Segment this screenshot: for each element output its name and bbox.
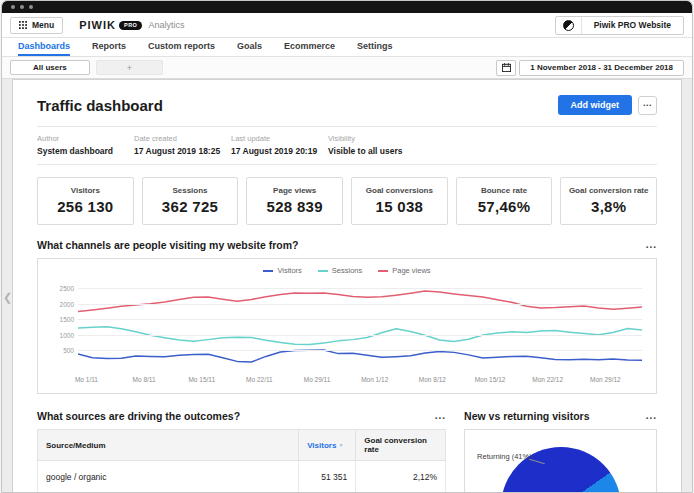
dashboard-options-button[interactable]: ... — [638, 96, 657, 115]
window-control-dot[interactable] — [11, 5, 15, 9]
x-axis-tick: Mo 29/11 — [304, 376, 331, 383]
kpi-value: 256 130 — [38, 198, 133, 215]
x-axis-tick: Mo 15/11 — [188, 376, 215, 383]
date-range-selector[interactable]: 1 November 2018 - 31 December 2018 — [519, 60, 684, 76]
line-chart-plot: 5001000150020002500 — [78, 283, 642, 367]
meta-last-update: Last update 17 August 2019 20:19 — [231, 134, 328, 156]
sources-section-header: What sources are driving the outcomes? .… — [37, 410, 446, 422]
tab-settings[interactable]: Settings — [357, 38, 393, 56]
menu-button-label: Menu — [32, 20, 54, 30]
y-axis-tick: 1000 — [48, 332, 74, 339]
meta-value: Visible to all users — [328, 146, 425, 156]
sources-table: Source/Medium Visitors ▼ Goal conversion… — [37, 429, 446, 493]
x-axis-tick: Mon 8/12 — [419, 376, 446, 383]
bottom-widgets: What sources are driving the outcomes? .… — [37, 396, 657, 493]
x-axis-tick: Mon 29/12 — [590, 376, 621, 383]
menu-button[interactable]: Menu — [10, 17, 63, 34]
table-header-row: Source/Medium Visitors ▼ Goal conversion… — [38, 430, 446, 461]
carousel-prev-icon[interactable]: ❮ — [3, 291, 12, 304]
dashboard-panel: Traffic dashboard Add widget ... Author … — [12, 79, 682, 493]
add-widget-button[interactable]: Add widget — [558, 95, 633, 115]
x-axis-tick: Mo 22/11 — [246, 376, 273, 383]
legend-page-views[interactable]: Page views — [378, 266, 430, 275]
pie-section-title: New vs returning visitors — [464, 410, 589, 422]
kpi-value: 528 839 — [247, 198, 342, 215]
window-titlebar — [2, 1, 692, 13]
column-goal-conversion-rate[interactable]: Goal conversion rate — [356, 430, 446, 461]
x-axis-tick: Mo 1/11 — [75, 376, 98, 383]
brand-product-label: Analytics — [148, 20, 184, 30]
traffic-line-chart: Visitors Sessions Page views 50010001500… — [37, 258, 657, 394]
kpi-label: Bounce rate — [457, 186, 552, 195]
segment-all-users[interactable]: All users — [10, 60, 90, 75]
tab-dashboards[interactable]: Dashboards — [18, 38, 70, 56]
new-vs-returning-widget: New vs returning visitors ... Returning … — [464, 396, 657, 493]
tab-goals[interactable]: Goals — [237, 38, 262, 56]
meta-value: System dashboard — [37, 146, 134, 156]
date-range-controls: 1 November 2018 - 31 December 2018 — [496, 60, 684, 76]
legend-dash-icon — [318, 270, 328, 272]
sources-widget: What sources are driving the outcomes? .… — [37, 396, 446, 493]
dashboard-meta: Author System dashboard Date created 17 … — [37, 126, 657, 165]
calendar-button[interactable] — [496, 60, 516, 76]
dashboard-title-row: Traffic dashboard Add widget ... — [37, 95, 657, 115]
column-source-medium[interactable]: Source/Medium — [38, 430, 299, 461]
sources-options-icon[interactable]: ... — [435, 414, 446, 418]
tab-reports[interactable]: Reports — [92, 38, 126, 56]
kpi-visitors: Visitors 256 130 — [37, 177, 134, 225]
pie-returning-label: Returning (41%) — [477, 452, 532, 461]
kpi-label: Goal conversion rate — [561, 186, 656, 195]
segment-bar: All users + 1 November 2018 - 31 Decembe… — [2, 57, 692, 79]
x-axis-tick: Mo 8/11 — [133, 376, 156, 383]
website-selector-label: Piwik PRO Website — [582, 20, 683, 30]
kpi-goal-conversion-rate: Goal conversion rate 3,8% — [560, 177, 657, 225]
legend-visitors[interactable]: Visitors — [263, 266, 301, 275]
pie-options-icon[interactable]: ... — [646, 414, 657, 418]
website-selector[interactable]: Piwik PRO Website — [555, 16, 684, 35]
table-row[interactable]: google / organic 51 351 2,12% — [38, 461, 446, 493]
channels-options-icon[interactable]: ... — [646, 243, 657, 247]
sources-section-title: What sources are driving the outcomes? — [37, 410, 240, 422]
window-control-dot[interactable] — [29, 5, 33, 9]
tab-ecommerce[interactable]: Ecommerce — [284, 38, 335, 56]
meta-author: Author System dashboard — [37, 134, 134, 156]
tab-custom-reports[interactable]: Custom reports — [148, 38, 215, 56]
meta-label: Author — [37, 134, 134, 143]
pie-chart-card: Returning (41%) — [464, 429, 657, 493]
kpi-label: Page views — [247, 186, 342, 195]
kpi-label: Goal conversions — [352, 186, 447, 195]
sort-desc-icon: ▼ — [339, 442, 344, 448]
meta-label: Visibility — [328, 134, 425, 143]
x-axis-labels: Mo 1/11Mo 8/11Mo 15/11Mo 22/11Mo 29/11Mo… — [78, 376, 642, 386]
page-title: Traffic dashboard — [37, 97, 163, 114]
globe-icon — [563, 20, 574, 31]
cell-source: google / organic — [38, 461, 299, 493]
meta-date-created: Date created 17 August 2019 18:25 — [134, 134, 231, 156]
pie-section-header: New vs returning visitors ... — [464, 410, 657, 422]
app-header: Menu PIWIK PRO Analytics Piwik PRO Websi… — [2, 13, 692, 38]
meta-value: 17 August 2019 18:25 — [134, 146, 231, 156]
kpi-value: 3,8% — [561, 198, 656, 215]
add-segment-button[interactable]: + — [96, 60, 163, 75]
channels-section-title: What channels are people visiting my web… — [37, 239, 298, 251]
window-control-dot[interactable] — [20, 5, 24, 9]
kpi-bounce-rate: Bounce rate 57,46% — [456, 177, 553, 225]
kpi-value: 57,46% — [457, 198, 552, 215]
column-visitors-sorted[interactable]: Visitors ▼ — [299, 430, 356, 461]
gridline — [78, 350, 642, 351]
cell-visitors: 51 351 — [299, 461, 356, 493]
calendar-icon — [502, 63, 511, 72]
kpi-label: Sessions — [143, 186, 238, 195]
legend-dash-icon — [263, 270, 273, 272]
channels-section-header: What channels are people visiting my web… — [37, 239, 657, 251]
cell-goal-conversion-rate: 2,12% — [356, 461, 446, 493]
line-chart-svg — [78, 283, 642, 367]
legend-sessions[interactable]: Sessions — [318, 266, 362, 275]
column-visitors-label: Visitors — [307, 441, 336, 450]
y-axis-tick: 2000 — [48, 301, 74, 308]
meta-label: Last update — [231, 134, 328, 143]
chart-legend: Visitors Sessions Page views — [38, 266, 656, 275]
grid-menu-icon — [19, 21, 27, 29]
browser-window: Menu PIWIK PRO Analytics Piwik PRO Websi… — [1, 0, 693, 493]
kpi-page-views: Page views 528 839 — [246, 177, 343, 225]
